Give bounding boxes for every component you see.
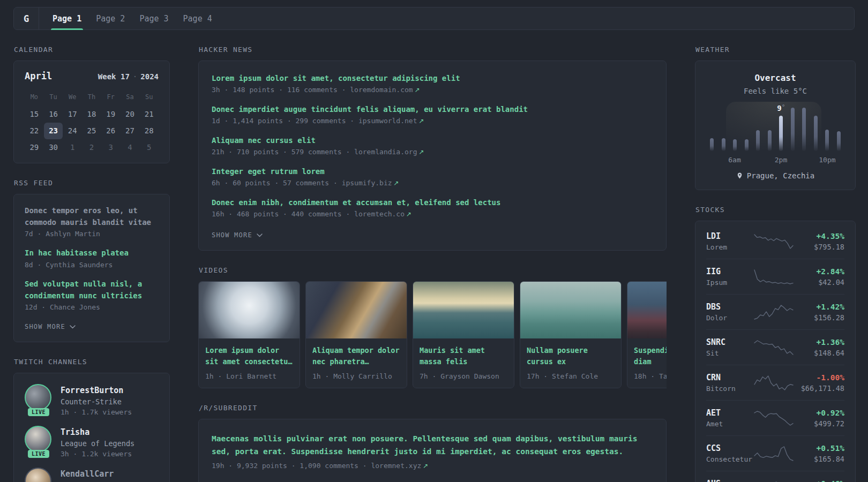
twitch-channel-row[interactable]: LIVE ForrestBurton Counter-Strike 1h · 1…: [25, 384, 159, 416]
calendar-day: 24: [63, 123, 82, 139]
weather-feels-like: Feels like 5°C: [705, 87, 845, 95]
stock-sparkline: [753, 410, 794, 426]
video-thumbnail[interactable]: [520, 282, 621, 338]
stock-symbol: LDI: [706, 231, 753, 241]
calendar-day: 1: [63, 139, 82, 156]
hn-story-title[interactable]: Donec enim nibh, condimentum et accumsan…: [212, 198, 653, 207]
app-logo[interactable]: G: [14, 7, 39, 29]
hn-story-title[interactable]: Aliquam nec cursus elit: [212, 136, 653, 145]
external-link-icon[interactable]: ↗: [415, 86, 420, 94]
video-thumbnail[interactable]: [627, 282, 667, 338]
stock-name: Amet: [706, 420, 753, 428]
weather-bar: [722, 138, 725, 151]
stock-row[interactable]: SNRCSit +1.36%$148.64: [706, 329, 844, 365]
stock-symbol: CCS: [706, 443, 753, 453]
rss-item-title[interactable]: In hac habitasse platea: [25, 247, 159, 259]
video-title[interactable]: Nullam posuerecursus ex: [527, 345, 615, 367]
stock-price: $42.04: [797, 278, 844, 287]
stock-sparkline: [753, 340, 794, 356]
weather-bar: [791, 108, 795, 151]
weather-bar: [802, 108, 806, 151]
hn-story-title[interactable]: Lorem ipsum dolor sit amet, consectetur …: [212, 74, 653, 82]
calendar-day: 30: [44, 139, 63, 156]
page-tabs: Page 1 Page 2 Page 3 Page 4: [39, 7, 212, 29]
weather-location[interactable]: Prague, Czechia: [747, 171, 814, 180]
section-title-twitch: TWITCH CHANNELS: [14, 358, 170, 366]
weather-temp-label: 9°: [777, 103, 785, 112]
subreddit-widget: /R/SUBREDDIT Maecenas mollis pulvinar er…: [198, 404, 667, 482]
twitch-widget: TWITCH CHANNELS LIVE ForrestBurton Count…: [13, 358, 170, 482]
stock-row[interactable]: CRNBitcorn -1.00%$66,171.48: [706, 365, 844, 400]
rss-item-title[interactable]: Donec tempor eros leo, ut commodo mauris…: [25, 205, 159, 228]
tab-page-1[interactable]: Page 1: [53, 7, 81, 29]
calendar-day: 5: [139, 139, 159, 156]
hn-story-title[interactable]: Donec imperdiet augue tincidunt felis al…: [212, 105, 653, 114]
external-link-icon[interactable]: ↗: [394, 179, 399, 187]
hn-story-meta: 6h · 60 points · 57 comments · ipsumify.…: [212, 179, 653, 187]
stock-change: +2.84%: [797, 267, 844, 276]
hackernews-card: Lorem ipsum dolor sit amet, consectetur …: [198, 61, 667, 251]
video-card: Aliquam tempor dolornec pharetra… 1h · M…: [305, 281, 407, 388]
stock-row[interactable]: AETAmet +0.92%$499.72: [706, 400, 844, 435]
twitch-channel-row[interactable]: LIVE Trisha League of Legends 3h · 1.2k …: [25, 426, 159, 458]
hn-story-meta: 1d · 1,414 points · 299 comments · ipsum…: [212, 117, 653, 125]
video-title[interactable]: Aliquam tempor dolornec pharetra…: [312, 345, 400, 367]
weather-widget: WEATHER Overcast Feels like 5°C 9° 6am 2…: [695, 46, 856, 190]
hn-story: Donec enim nibh, condimentum et accumsan…: [212, 198, 653, 218]
stock-change: +4.35%: [797, 232, 844, 240]
rss-card: Donec tempor eros leo, ut commodo mauris…: [13, 194, 170, 342]
stock-price: $66,171.48: [797, 384, 844, 393]
hn-show-more-button[interactable]: SHOW MORE: [212, 231, 263, 239]
tab-page-2[interactable]: Page 2: [96, 7, 125, 29]
tab-page-4[interactable]: Page 4: [183, 7, 212, 29]
video-title[interactable]: Suspendissediam: [634, 345, 667, 367]
stock-price: $156.28: [797, 313, 844, 322]
rss-item-meta: 7d · Ashlyn Martin: [25, 230, 159, 238]
stock-name: Lorem: [706, 243, 753, 251]
twitch-channel-name: KendallCarr: [61, 468, 114, 479]
video-thumbnail[interactable]: [413, 282, 514, 338]
video-meta: 18h · Tara: [634, 372, 667, 380]
calendar-day: 4: [121, 139, 140, 156]
rss-show-more-button[interactable]: SHOW MORE: [25, 323, 76, 330]
stock-name: Bitcorn: [706, 385, 753, 393]
video-card: Suspendissediam 18h · Tara: [627, 281, 667, 388]
external-link-icon[interactable]: ↗: [419, 148, 424, 156]
twitch-channel-meta: 1h · 1.7k viewers: [61, 408, 132, 416]
stock-row[interactable]: IIGIpsum +2.84%$42.04: [706, 259, 844, 294]
stock-change: -1.00%: [797, 373, 844, 382]
reddit-post-meta: 19h · 9,932 points · 1,090 comments · lo…: [212, 462, 653, 470]
videos-row: Lorem ipsum dolorsit amet consectetu… 1h…: [198, 281, 667, 388]
twitch-channel-name: Trisha: [61, 426, 134, 437]
video-thumbnail[interactable]: [306, 282, 407, 338]
calendar-day-selected: 23: [44, 123, 63, 139]
hn-story-title[interactable]: Integer eget rutrum lorem: [212, 167, 653, 176]
reddit-post-title[interactable]: Maecenas mollis pulvinar erat non posuer…: [212, 432, 653, 458]
rss-item: Donec tempor eros leo, ut commodo mauris…: [25, 205, 159, 238]
chevron-down-icon: [70, 323, 76, 330]
external-link-icon[interactable]: ↗: [419, 117, 424, 125]
calendar-widget: CALENDAR April Week 17·2024 MoTuWeThFrSa…: [13, 46, 170, 163]
video-thumbnail[interactable]: [199, 282, 300, 338]
rss-widget: RSS FEED Donec tempor eros leo, ut commo…: [13, 179, 170, 342]
video-title[interactable]: Lorem ipsum dolorsit amet consectetu…: [205, 345, 293, 367]
tab-page-3[interactable]: Page 3: [139, 7, 168, 29]
stock-name: Dolor: [706, 314, 753, 322]
hackernews-widget: HACKER NEWS Lorem ipsum dolor sit amet, …: [198, 46, 667, 251]
weather-condition: Overcast: [705, 73, 845, 83]
stock-row[interactable]: CCSConsectetur +0.51%$165.84: [706, 435, 844, 471]
rss-item-title[interactable]: Sed volutpat nulla nisl, a condimentum n…: [25, 278, 159, 302]
weather-bar: [814, 116, 818, 151]
rss-item: Sed volutpat nulla nisl, a condimentum n…: [25, 278, 159, 311]
stock-row[interactable]: DBSDolor +1.42%$156.28: [706, 294, 844, 329]
video-title[interactable]: Mauris sit ametmassa felis: [420, 345, 507, 367]
calendar-month: April: [25, 71, 52, 81]
calendar-year: 2024: [140, 72, 159, 81]
external-link-icon[interactable]: ↗: [406, 210, 411, 218]
stock-sparkline: [753, 269, 794, 285]
external-link-icon[interactable]: ↗: [423, 462, 428, 470]
stock-row[interactable]: AHS +0.46%: [706, 471, 844, 482]
stock-row[interactable]: LDILorem +4.35%$795.18: [706, 224, 844, 259]
calendar-day-header: Tu: [44, 89, 63, 106]
twitch-channel-row[interactable]: KendallCarr: [25, 468, 159, 482]
